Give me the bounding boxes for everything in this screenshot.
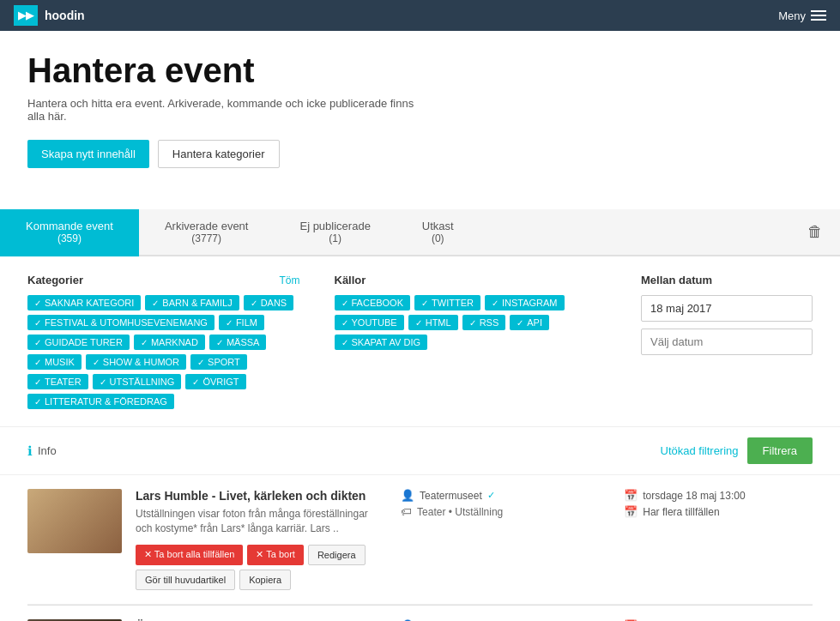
tag-saknar-kategori[interactable]: ✓ SAKNAR KATEGORI [27, 295, 141, 310]
kategorier-group: Kategorier Töm ✓ SAKNAR KATEGORI ✓ BARN … [27, 274, 300, 409]
tab-kommande-count: (359) [26, 232, 113, 244]
event-info: Lars Humble - Livet, kärleken och dikten… [136, 489, 387, 590]
kategorier-clear[interactable]: Töm [280, 274, 300, 286]
menu-button[interactable]: Meny [778, 9, 826, 22]
venue-name: Teatermuseet [420, 490, 482, 502]
tag-musik[interactable]: ✓ MUSIK [27, 354, 82, 370]
page-description: Hantera och hitta era event. Arkiverade,… [27, 97, 422, 123]
datum-to-input[interactable] [641, 329, 813, 355]
category-item: 🏷 Teater • Utställning [401, 505, 610, 518]
action-buttons: Skapa nytt innehåll Hantera kategorier [27, 140, 813, 168]
delete-button[interactable]: ✕ Ta bort [247, 545, 304, 565]
utokad-filtrering-link[interactable]: Utökad filtrering [661, 444, 739, 457]
event-date-info: 📅 torsdage 18 maj 13:00 📅 Har flera till… [624, 489, 813, 518]
tag-youtube[interactable]: ✓ YOUTUBE [335, 315, 404, 330]
kallor-group: Källor ✓ FACEBOOK ✓ TWITTER ✓ INSTAGRAM … [335, 274, 607, 350]
filter-right: Utökad filtrering Filtrera [661, 437, 813, 464]
tab-kommande[interactable]: Kommande event (359) [0, 209, 139, 256]
header-logo: ▶▶ hoodin [14, 5, 85, 26]
category-icon: 🏷 [401, 505, 412, 518]
event-description: Utställningen visar foton från många för… [136, 507, 387, 536]
date-item: 📅 torsdage 18 maj 13:00 [624, 489, 813, 502]
tab-arkiverade-label: Arkiverade event [165, 220, 249, 232]
filtrera-button[interactable]: Filtrera [747, 437, 813, 464]
kallor-header: Källor [335, 274, 607, 286]
event-actions: ✕ Ta bort alla tillfällen ✕ Ta bort Redi… [136, 545, 387, 590]
event-category: Teater • Utställning [417, 506, 503, 518]
tag-rss[interactable]: ✓ RSS [462, 315, 506, 330]
tab-utkast-label: Utkast [422, 220, 454, 232]
tag-litteratur[interactable]: ✓ LITTERATUR & FÖREDRAG [27, 394, 174, 409]
tab-ej-label: Ej publicerade [299, 220, 370, 232]
tag-api[interactable]: ✓ API [510, 315, 549, 330]
info-label: Info [38, 444, 57, 457]
delete-tab-button[interactable]: 🗑 [790, 209, 840, 255]
kallor-title: Källor [335, 274, 366, 286]
event-occasions: Har flera tillfällen [643, 506, 719, 518]
delete-all-button[interactable]: ✕ Ta bort alla tillfällen [136, 545, 243, 565]
copy-button[interactable]: Kopiera [239, 570, 291, 590]
tag-show-humor[interactable]: ✓ SHOW & HUMOR [86, 354, 186, 370]
event-meta: 👤 Teatermuseet ✓ 🏷 Teater • Utställning [401, 489, 610, 518]
page-content: Hantera event Hantera och hitta era even… [0, 31, 840, 209]
tab-utkast-count: (0) [422, 232, 454, 244]
event-thumbnail [27, 489, 122, 553]
events-list: Lars Humble - Livet, kärleken och dikten… [0, 475, 840, 621]
hamburger-icon [811, 10, 826, 21]
tab-utkast[interactable]: Utkast (0) [396, 209, 480, 256]
filters-row: Kategorier Töm ✓ SAKNAR KATEGORI ✓ BARN … [27, 274, 813, 409]
tab-arkiverade-count: (3777) [165, 232, 249, 244]
calendar-icon: 📅 [624, 489, 638, 502]
tag-dans[interactable]: ✓ DANS [244, 295, 294, 310]
event-thumb-image [27, 489, 122, 553]
kategorier-header: Kategorier Töm [27, 274, 300, 286]
event-date: torsdage 18 maj 13:00 [643, 490, 745, 502]
tag-instagram[interactable]: ✓ INSTAGRAM [485, 295, 565, 310]
page-title: Hantera event [27, 51, 813, 90]
venue-item: 👤 Teatermuseet ✓ [401, 489, 610, 502]
logo-icon: ▶▶ [14, 5, 38, 26]
logo-text: hoodin [45, 9, 85, 22]
verified-icon: ✓ [487, 490, 495, 501]
datum-group: Mellan datum [641, 274, 813, 362]
tag-teater[interactable]: ✓ TEATER [27, 374, 88, 389]
datum-from-input[interactable] [641, 295, 813, 322]
tag-guidade-turer[interactable]: ✓ GUIDADE TURER [27, 335, 130, 350]
header: ▶▶ hoodin Meny [0, 0, 840, 31]
tag-ovrigt[interactable]: ✓ ÖVRIGT [185, 374, 245, 389]
event-item: Öppen visning av utställningen Vi är rom… [27, 606, 813, 621]
tab-kommande-label: Kommande event [26, 220, 113, 232]
edit-button[interactable]: Redigera [308, 545, 366, 565]
datum-title: Mellan datum [641, 274, 813, 286]
tab-ej-publicerade[interactable]: Ej publicerade (1) [274, 209, 396, 256]
tabs-container: Kommande event (359) Arkiverade event (3… [0, 209, 840, 256]
tag-sport[interactable]: ✓ SPORT [190, 354, 247, 370]
menu-label: Meny [778, 9, 806, 22]
occasions-item: 📅 Har flera tillfällen [624, 505, 813, 518]
event-item: Lars Humble - Livet, kärleken och dikten… [27, 475, 813, 605]
info-icon: ℹ [27, 443, 33, 459]
occasions-icon: 📅 [624, 505, 638, 518]
main-article-button[interactable]: Gör till huvudartikel [136, 570, 235, 590]
tag-twitter[interactable]: ✓ TWITTER [414, 295, 480, 310]
filters-section: Kategorier Töm ✓ SAKNAR KATEGORI ✓ BARN … [0, 256, 840, 427]
kategorier-title: Kategorier [27, 274, 83, 286]
tag-html[interactable]: ✓ HTML [408, 315, 458, 330]
info-left: ℹ Info [27, 443, 57, 459]
info-filter-bar: ℹ Info Utökad filtrering Filtrera [0, 427, 840, 475]
tab-ej-count: (1) [299, 232, 370, 244]
tag-film[interactable]: ✓ FILM [219, 315, 264, 330]
tag-skapat-av-dig[interactable]: ✓ SKAPAT AV DIG [335, 335, 428, 350]
tag-festival[interactable]: ✓ FESTIVAL & UTOMHUSEVENEMANG [27, 315, 215, 330]
tag-marknad[interactable]: ✓ MARKNAD [134, 335, 205, 350]
tag-massa[interactable]: ✓ MÄSSA [209, 335, 267, 350]
kategorier-tags: ✓ SAKNAR KATEGORI ✓ BARN & FAMILJ ✓ DANS… [27, 295, 300, 409]
tag-facebook[interactable]: ✓ FACEBOOK [335, 295, 411, 310]
kallor-tags: ✓ FACEBOOK ✓ TWITTER ✓ INSTAGRAM ✓ YOUTU… [335, 295, 607, 350]
tab-arkiverade[interactable]: Arkiverade event (3777) [139, 209, 275, 256]
tag-utstallning[interactable]: ✓ UTSTÄLLNING [93, 374, 182, 389]
event-title: Lars Humble - Livet, kärleken och dikten [136, 489, 387, 503]
tag-barn-familj[interactable]: ✓ BARN & FAMILJ [145, 295, 239, 310]
manage-categories-button[interactable]: Hantera kategorier [158, 140, 280, 168]
create-content-button[interactable]: Skapa nytt innehåll [27, 140, 149, 168]
